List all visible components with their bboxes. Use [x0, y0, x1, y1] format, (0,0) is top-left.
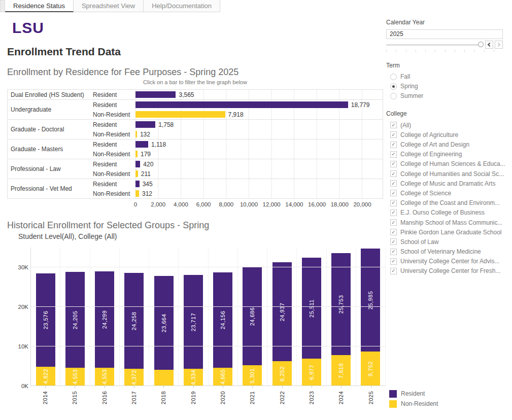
segment-resident-2015[interactable]: 24,205 [65, 272, 85, 368]
x-tick-label: 2021 [249, 391, 255, 404]
college-option-manship-school-of-mass-communic[interactable]: ✓Manship School of Mass Communic... [390, 218, 507, 227]
college-option-college-of-art-and-design[interactable]: ✓College of Art and Design [390, 139, 507, 149]
college-option-pinkie-gordon-lane-graduate-school[interactable]: ✓Pinkie Gordon Lane Graduate School [390, 227, 507, 237]
term-option-fall[interactable]: Fall [390, 72, 507, 82]
segment-resident-2023[interactable]: 25,511 [302, 258, 321, 359]
x-tick-label: 20,000 [353, 201, 371, 207]
stacked-bar-2018[interactable]: 23,664 [154, 276, 174, 386]
segment-resident-2020[interactable]: 24,156 [213, 272, 232, 368]
stacked-bar-2019[interactable]: 23,7174,334 [184, 275, 203, 386]
segment-resident-2021[interactable]: 24,686 [243, 267, 262, 365]
stacked-bar-2025[interactable]: 25,9858,752 [361, 249, 380, 386]
college-option-college-of-human-sciences-educa[interactable]: ✓College of Human Sciences & Educa... [390, 159, 507, 169]
segment-resident-2018[interactable]: 23,664 [154, 276, 174, 370]
category-label: Graduate - Doctoral [8, 120, 93, 139]
term-option-summer[interactable]: Summer [390, 91, 507, 101]
bar-value-label: 132 [140, 131, 150, 138]
segment-resident-2025[interactable]: 25,985 [361, 249, 380, 352]
x-tick-label: 2020 [220, 391, 226, 404]
term-option-spring[interactable]: Spring [390, 82, 507, 91]
college-option-university-college-center-for-fresh[interactable]: ✓University College Center for Fresh... [390, 266, 507, 276]
slider-prev-button[interactable] [485, 41, 493, 49]
segment-non-resident-2019[interactable]: 4,334 [184, 369, 203, 386]
segment-non-resident-2018[interactable] [154, 370, 174, 386]
stacked-bar-2023[interactable]: 25,5116,977 [302, 258, 321, 386]
tab-help-documentation[interactable]: Help/Documentation [144, 0, 220, 12]
chevron-right-icon [496, 42, 500, 46]
calendar-year-input[interactable] [386, 29, 503, 39]
college-option-e-j-ourso-college-of-business[interactable]: ✓E.J. Ourso College of Business [390, 208, 507, 218]
bar-dual-enrolled-hs-student-resident[interactable] [135, 91, 176, 98]
x-tick-label: 2025 [368, 391, 374, 404]
segment-non-resident-2015[interactable]: 4,553 [65, 368, 85, 386]
stacked-bar-2017[interactable]: 24,2584,372 [124, 273, 144, 386]
segment-non-resident-2020[interactable]: 4,665 [213, 368, 232, 386]
segment-non-resident-2021[interactable]: 5,301 [243, 365, 262, 386]
checkbox-icon: ✓ [390, 200, 397, 206]
bar-undergraduate-resident[interactable] [135, 101, 348, 108]
segment-value-label: 4,334 [190, 370, 196, 385]
checkbox-icon: ✓ [390, 190, 397, 196]
slider-tick [445, 50, 446, 52]
slider-tick [396, 50, 396, 52]
segment-non-resident-2025[interactable]: 8,752 [361, 352, 380, 386]
slider-track[interactable] [386, 41, 484, 48]
college-option-college-of-the-coast-and-environm[interactable]: ✓College of the Coast and Environm... [390, 198, 507, 208]
segment-non-resident-2017[interactable]: 4,372 [124, 369, 144, 386]
college-option-label: Manship School of Mass Communic... [400, 219, 502, 226]
tab-residence-status[interactable]: Residence Status [5, 0, 74, 12]
x-tick-label: 2016 [101, 391, 108, 404]
college-option-school-of-law[interactable]: ✓School of Law [390, 237, 507, 247]
x-tick-label: 2022 [279, 391, 285, 404]
college-option-college-of-music-and-dramatic-arts[interactable]: ✓College of Music and Dramatic Arts [390, 179, 507, 188]
term-filter: Term FallSpringSummer [386, 62, 507, 101]
bar-graduate-masters-resident[interactable] [135, 141, 148, 148]
segment-resident-2024[interactable]: 25,753 [331, 253, 351, 355]
slider-handle[interactable] [478, 42, 484, 47]
segment-resident-2014[interactable]: 23,576 [36, 273, 55, 367]
legend-item-non-resident[interactable]: Non-Resident [389, 399, 438, 409]
bar-professional-law-resident[interactable] [135, 161, 140, 167]
x-cell-2023: 2023 [297, 386, 326, 407]
stacked-bar-2016[interactable]: 24,2994,553 [95, 271, 114, 386]
stacked-bar-2015[interactable]: 24,2054,553 [65, 272, 85, 386]
stacked-bar-2020[interactable]: 24,1564,665 [213, 272, 232, 386]
segment-non-resident-2016[interactable]: 4,553 [95, 368, 114, 386]
bar-value-label: 1,118 [151, 141, 166, 148]
tab-spreadsheet-view[interactable]: Spreadsheet View [74, 0, 144, 12]
bar-graduate-doctoral-non-resident[interactable] [135, 131, 137, 137]
history-chart-x-axis: 2014201520162017201820192020202120222023… [30, 386, 386, 407]
college-option-all[interactable]: ✓(All) [390, 120, 507, 130]
segment-resident-2016[interactable]: 24,299 [95, 271, 114, 368]
stacked-bar-2021[interactable]: 24,6865,301 [243, 267, 262, 386]
college-option-university-college-center-for-advis[interactable]: ✓University College Center for Advis... [390, 257, 507, 266]
segment-non-resident-2014[interactable]: 4,822 [36, 367, 55, 386]
segment-non-resident-2022[interactable]: 6,252 [272, 361, 292, 386]
stacked-bar-2022[interactable]: 24,9376,252 [272, 262, 292, 386]
college-option-college-of-engineering[interactable]: ✓College of Engineering [390, 150, 507, 159]
bar-graduate-doctoral-resident[interactable] [135, 121, 155, 128]
college-option-college-of-science[interactable]: ✓College of Science [390, 188, 507, 198]
bar-professional-vet-med-non-resident[interactable] [135, 190, 139, 197]
college-option-label: College of Agriculture [400, 131, 458, 138]
history-chart-section: Historical Enrollment for Selected Group… [7, 220, 383, 407]
segment-resident-2019[interactable]: 23,717 [184, 275, 203, 369]
x-tick-mark [163, 386, 164, 388]
stacked-bar-2024[interactable]: 25,7537,818 [331, 253, 351, 386]
segment-non-resident-2023[interactable]: 6,977 [302, 359, 321, 386]
slider-next-button[interactable] [495, 41, 503, 49]
segment-non-resident-2024[interactable]: 7,818 [331, 355, 351, 386]
college-option-college-of-humanities-and-social-sc[interactable]: ✓College of Humanities and Social Sc... [390, 169, 507, 179]
legend-item-resident[interactable]: Resident [389, 389, 438, 399]
segment-resident-2017[interactable]: 24,258 [124, 273, 144, 369]
slider-tick [464, 50, 465, 52]
residence-chart: Dual Enrolled (HS Student)Resident3,565U… [7, 89, 383, 199]
bar-professional-law-non-resident[interactable] [135, 170, 138, 177]
bar-graduate-masters-non-resident[interactable] [135, 151, 138, 157]
college-option-school-of-veterinary-medicine[interactable]: ✓School of Veterinary Medicine [390, 247, 507, 257]
x-tick-label: 4,000 [174, 201, 188, 207]
bar-professional-vet-med-resident[interactable] [135, 181, 140, 187]
stacked-bar-2014[interactable]: 23,5764,822 [36, 273, 55, 386]
bar-undergraduate-non-resident[interactable] [135, 111, 225, 118]
college-option-college-of-agriculture[interactable]: ✓College of Agriculture [390, 130, 507, 139]
